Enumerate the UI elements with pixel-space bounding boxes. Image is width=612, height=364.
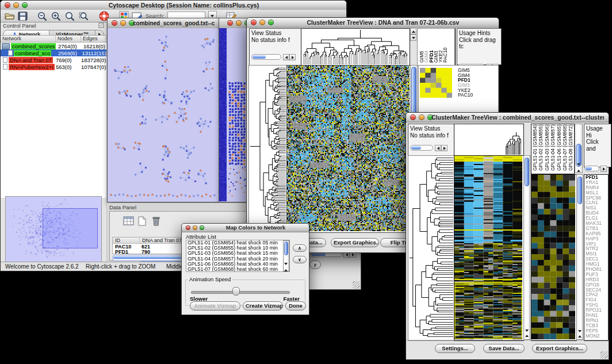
zoom-vscrollbar[interactable] bbox=[576, 174, 583, 340]
scroll-down-button[interactable] bbox=[410, 35, 416, 41]
column-dendrogram-canvas[interactable] bbox=[454, 124, 522, 155]
network-view2-title-bar[interactable] bbox=[219, 18, 248, 29]
window-controls[interactable] bbox=[410, 114, 433, 120]
save-icon[interactable] bbox=[18, 12, 28, 21]
action-button[interactable]: Create Vizmap bbox=[243, 301, 283, 311]
minimize-button[interactable] bbox=[236, 20, 242, 26]
network-view-title-bar[interactable]: combined_scores_good.txt--cluste... bbox=[108, 18, 219, 29]
minimize-button[interactable] bbox=[193, 225, 197, 230]
treeview-dna-title-bar[interactable]: ClusterMaker TreeView : DNA and Tran 07-… bbox=[247, 18, 499, 28]
hints-scrollbar[interactable] bbox=[584, 166, 599, 171]
zoom-heatmap-panel[interactable] bbox=[531, 174, 577, 341]
scroll-right-button[interactable] bbox=[289, 54, 296, 60]
close-button[interactable] bbox=[227, 20, 233, 26]
attribute-list[interactable]: GPL51-01 (GSM854) heat shock 05 minGPL51… bbox=[186, 240, 290, 272]
fragment-button[interactable]: r bbox=[309, 260, 321, 269]
speed-slider-track[interactable] bbox=[191, 291, 290, 294]
action-button[interactable]: Save Data... bbox=[483, 344, 525, 353]
network-table-row[interactable]: RNAPuberNov2+I 563(0) 107847(0) bbox=[1, 63, 106, 70]
view-status-panel: View Status No status info f bbox=[249, 28, 304, 67]
action-button[interactable]: Done bbox=[285, 301, 306, 311]
attribute-table-icon[interactable] bbox=[123, 215, 134, 227]
window-controls[interactable] bbox=[5, 2, 28, 8]
scroll-thumb[interactable] bbox=[586, 167, 592, 170]
close-button[interactable] bbox=[251, 20, 257, 25]
partially-hidden-window: r bbox=[307, 247, 361, 290]
network-window-controls[interactable] bbox=[112, 20, 135, 26]
action-button[interactable]: Settings... bbox=[435, 344, 475, 353]
column-dendrogram-canvas[interactable] bbox=[301, 29, 408, 64]
resize-grip[interactable] bbox=[600, 351, 608, 359]
window-controls[interactable] bbox=[251, 20, 274, 25]
column-dendrogram-panel[interactable] bbox=[454, 124, 524, 156]
scroll-thumb[interactable] bbox=[411, 146, 421, 150]
heatmap-canvas[interactable] bbox=[287, 66, 410, 231]
column-dendrogram-panel[interactable] bbox=[301, 28, 410, 66]
scroll-thumb[interactable] bbox=[284, 242, 288, 255]
heatmap-vscrollbar[interactable] bbox=[523, 155, 530, 340]
scroll-up-button[interactable] bbox=[410, 28, 416, 35]
heatmap-panel[interactable] bbox=[286, 65, 411, 233]
labels-vscrollbar[interactable] bbox=[575, 124, 583, 173]
treeview-combined-title-bar[interactable]: ClusterMaker TreeView : combined_scores_… bbox=[406, 113, 609, 122]
heatmap-panel[interactable] bbox=[454, 155, 524, 341]
attribute-item[interactable]: GPL51-07 (GSM868) heat shock 60 min bbox=[186, 267, 289, 272]
cluster-column-label: PFD1 bbox=[429, 28, 433, 63]
minimize-button[interactable] bbox=[259, 20, 265, 25]
zoom-out-icon[interactable] bbox=[37, 11, 48, 21]
close-button[interactable] bbox=[186, 225, 190, 230]
scroll-thumb[interactable] bbox=[577, 177, 582, 204]
float-panel-icon[interactable] bbox=[98, 22, 104, 29]
minimize-button[interactable] bbox=[419, 114, 424, 120]
network-table-row[interactable]: DNA and Tran 07 769(0) 183728(0) bbox=[1, 56, 106, 63]
speed-slider-thumb[interactable] bbox=[232, 287, 240, 296]
scroll-left-button[interactable] bbox=[283, 54, 289, 60]
zoom-heatmap-canvas[interactable] bbox=[531, 175, 575, 339]
scroll-down-button[interactable] bbox=[284, 265, 288, 272]
scroll-thumb[interactable] bbox=[253, 55, 266, 59]
zoom-button[interactable] bbox=[200, 225, 204, 230]
row-dendrogram-canvas[interactable] bbox=[408, 156, 453, 339]
resize-grip[interactable] bbox=[353, 281, 360, 289]
new-attribute-icon[interactable] bbox=[136, 215, 148, 227]
move-up-button[interactable]: ∧ bbox=[293, 244, 307, 252]
network-table-row[interactable]: combined_sco 2569(6) 13112(15) bbox=[1, 49, 106, 56]
open-icon[interactable] bbox=[4, 12, 15, 20]
birdseye-view[interactable] bbox=[5, 196, 102, 263]
row-dendrogram-panel[interactable] bbox=[408, 155, 455, 341]
action-button[interactable]: Animate Vizmap bbox=[190, 301, 240, 311]
zoom-in-icon[interactable] bbox=[51, 11, 62, 21]
birdseye-selection[interactable] bbox=[43, 208, 98, 248]
action-button[interactable]: Export Graphics... bbox=[331, 238, 379, 247]
scroll-left-button[interactable] bbox=[435, 145, 441, 151]
zoom-fit-icon[interactable] bbox=[78, 11, 89, 21]
network-table-row[interactable]: combined_scores 2764(0) 16218(0) bbox=[1, 43, 106, 49]
close-button[interactable] bbox=[5, 2, 10, 8]
scroll-right-button[interactable] bbox=[600, 166, 607, 172]
close-button[interactable] bbox=[410, 114, 416, 120]
scroll-right-button[interactable] bbox=[441, 145, 447, 151]
status-scrollbar[interactable] bbox=[410, 145, 433, 151]
close-button[interactable] bbox=[112, 20, 117, 26]
zoom-selected-icon[interactable] bbox=[64, 11, 75, 21]
cluster-summary-heatmap[interactable] bbox=[420, 68, 452, 98]
network-list-header[interactable]: Network Nodes Edges bbox=[1, 36, 106, 43]
network-canvas[interactable] bbox=[108, 28, 218, 201]
scroll-thumb[interactable] bbox=[525, 158, 529, 186]
row-dendrogram-panel[interactable] bbox=[248, 65, 288, 233]
window-controls[interactable] bbox=[186, 225, 204, 230]
minimize-button[interactable] bbox=[120, 20, 126, 26]
status-scrollbar[interactable] bbox=[251, 54, 281, 60]
heatmap-canvas[interactable] bbox=[454, 156, 522, 339]
minimize-button[interactable] bbox=[13, 2, 19, 8]
row-dendrogram-canvas[interactable] bbox=[249, 66, 286, 231]
delete-attribute-icon[interactable] bbox=[150, 215, 162, 227]
move-down-button[interactable]: ∨ bbox=[293, 256, 307, 263]
dialog-title-bar[interactable]: Map Colors to Network bbox=[182, 224, 309, 232]
network-view-window: combined_scores_good.txt--cluste... bbox=[107, 18, 220, 202]
action-button[interactable]: Export Graphics... bbox=[532, 344, 587, 353]
gene-label[interactable]: MON2 bbox=[584, 334, 608, 339]
list-vscrollbar[interactable] bbox=[283, 240, 289, 271]
network2-canvas[interactable] bbox=[219, 28, 247, 201]
main-title-bar[interactable]: Cytoscape Desktop (Session Name: collins… bbox=[1, 1, 346, 10]
